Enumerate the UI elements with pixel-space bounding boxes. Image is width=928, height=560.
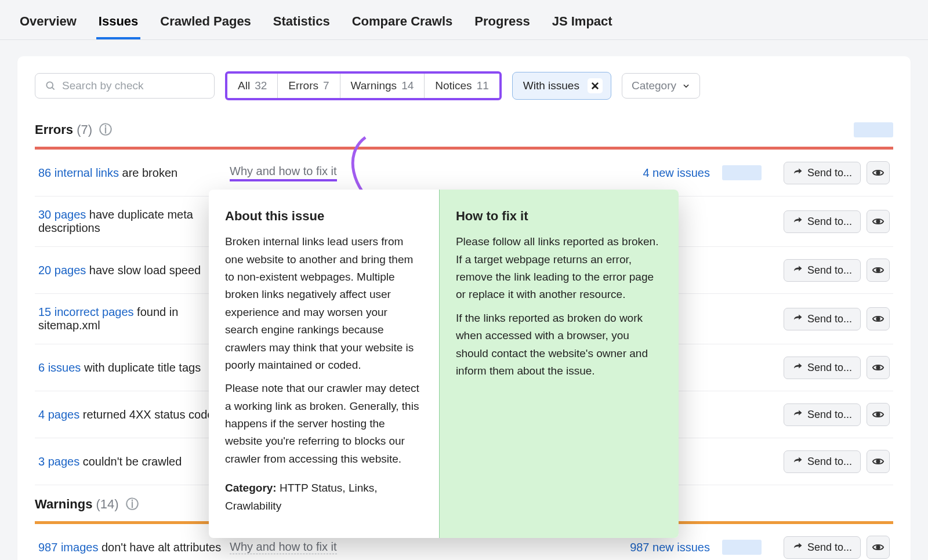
svg-point-2	[876, 171, 880, 174]
errors-sparkline	[854, 122, 893, 137]
popover-category: Category: HTTP Status, Links, Crawlabili…	[225, 479, 423, 515]
row-actions: Send to...	[774, 403, 890, 426]
search-icon	[45, 80, 56, 92]
issue-description[interactable]: 3 pages couldn't be crawled	[38, 455, 224, 468]
issue-description[interactable]: 20 pages have slow load speed	[38, 264, 224, 277]
issue-rest-text: couldn't be crawled	[79, 455, 182, 468]
issue-link[interactable]: 15 incorrect pages	[38, 306, 134, 318]
errors-title-text: Errors	[35, 122, 73, 137]
view-button[interactable]	[867, 356, 890, 379]
eye-icon	[872, 361, 884, 374]
tab-js-impact[interactable]: JS Impact	[550, 6, 615, 39]
send-to-button[interactable]: Send to...	[784, 210, 861, 233]
filter-errors[interactable]: Errors 7	[278, 74, 340, 98]
filter-notices[interactable]: Notices 11	[425, 74, 499, 98]
eye-icon	[872, 408, 884, 421]
row-sparkline	[722, 540, 762, 555]
svg-point-0	[46, 82, 53, 88]
send-to-button[interactable]: Send to...	[784, 308, 861, 330]
errors-title: Errors (7) ⓘ	[35, 122, 112, 137]
popover-fix-p2: If the links reported as broken do work …	[456, 310, 662, 380]
search-input-wrapper[interactable]	[35, 73, 215, 99]
popover-about-title: About this issue	[225, 206, 423, 226]
issue-description[interactable]: 86 internal links are broken	[38, 166, 224, 180]
svg-point-6	[876, 366, 880, 369]
issue-description[interactable]: 4 pages returned 4XX status code	[38, 408, 224, 421]
tab-statistics[interactable]: Statistics	[271, 6, 332, 39]
tab-overview[interactable]: Overview	[17, 6, 79, 39]
severity-filter-group: All 32 Errors 7 Warnings 14 Notices 11	[225, 71, 502, 100]
filter-warnings[interactable]: Warnings 14	[340, 74, 425, 98]
why-and-how-link[interactable]: Why and how to fix it	[230, 165, 337, 181]
svg-line-1	[52, 88, 55, 90]
eye-icon	[872, 541, 884, 554]
view-button[interactable]	[867, 259, 890, 282]
eye-icon	[872, 455, 884, 468]
svg-point-9	[876, 546, 880, 549]
tab-issues[interactable]: Issues	[96, 6, 141, 39]
issue-description[interactable]: 15 incorrect pages found in sitemap.xml	[38, 306, 224, 332]
share-arrow-icon	[792, 362, 803, 373]
view-button[interactable]	[867, 450, 890, 473]
info-icon[interactable]: ⓘ	[99, 122, 112, 137]
view-button[interactable]	[867, 210, 890, 233]
row-actions: Send to...	[774, 356, 890, 379]
issue-link[interactable]: 20 pages	[38, 264, 86, 277]
filter-notices-count: 11	[477, 79, 489, 92]
category-dropdown[interactable]: Category	[622, 73, 700, 99]
filter-errors-count: 7	[323, 79, 329, 92]
popover-fix-column: How to fix it Please follow all links re…	[439, 190, 679, 538]
send-to-button[interactable]: Send to...	[784, 403, 861, 426]
warnings-count: (14)	[96, 497, 119, 511]
issue-link[interactable]: 987 images	[38, 541, 98, 554]
issue-link[interactable]: 86 internal links	[38, 166, 119, 179]
errors-count: (7)	[77, 122, 92, 137]
row-sparkline-cell	[716, 540, 768, 555]
share-arrow-icon	[792, 216, 803, 227]
eye-icon	[872, 264, 884, 277]
issue-link[interactable]: 30 pages	[38, 208, 86, 221]
why-and-how-link[interactable]: Why and how to fix it	[230, 540, 337, 554]
issue-link[interactable]: 6 issues	[38, 361, 81, 374]
issue-link[interactable]: 3 pages	[38, 455, 79, 468]
tab-progress[interactable]: Progress	[472, 6, 532, 39]
send-to-button[interactable]: Send to...	[784, 536, 861, 559]
eye-icon	[872, 166, 884, 179]
share-arrow-icon	[792, 542, 803, 552]
filter-notices-label: Notices	[435, 79, 472, 92]
filter-warnings-label: Warnings	[351, 79, 397, 92]
new-issues-count[interactable]: 987 new issues	[594, 541, 710, 554]
send-to-button[interactable]: Send to...	[784, 259, 861, 282]
new-issues-count[interactable]: 4 new issues	[594, 166, 710, 180]
view-button[interactable]	[867, 307, 890, 330]
view-button[interactable]	[867, 403, 890, 426]
svg-point-3	[876, 220, 880, 223]
with-issues-chip[interactable]: With issues ✕	[512, 72, 611, 100]
issue-description[interactable]: 6 issues with duplicate title tags	[38, 361, 224, 374]
filter-all[interactable]: All 32	[227, 74, 278, 98]
send-to-button[interactable]: Send to...	[784, 162, 861, 184]
top-nav: Overview Issues Crawled Pages Statistics…	[0, 0, 928, 40]
view-button[interactable]	[867, 161, 890, 184]
tab-crawled-pages[interactable]: Crawled Pages	[158, 6, 253, 39]
issue-rest-text: with duplicate title tags	[81, 361, 201, 374]
send-to-button[interactable]: Send to...	[784, 450, 861, 473]
search-input[interactable]	[62, 79, 205, 92]
issue-link[interactable]: 4 pages	[38, 408, 79, 421]
share-arrow-icon	[792, 265, 803, 275]
send-to-button[interactable]: Send to...	[784, 357, 861, 379]
issue-description[interactable]: 987 images don't have alt attributes	[38, 541, 224, 554]
share-arrow-icon	[792, 409, 803, 420]
view-button[interactable]	[867, 536, 890, 559]
tab-compare-crawls[interactable]: Compare Crawls	[350, 6, 455, 39]
warnings-title: Warnings (14) ⓘ	[35, 497, 139, 511]
chevron-down-icon	[682, 82, 690, 90]
issue-rest-text: don't have alt attributes	[98, 541, 221, 554]
row-actions: Send to...	[774, 210, 890, 233]
svg-point-8	[876, 460, 880, 463]
info-icon[interactable]: ⓘ	[126, 497, 139, 511]
share-arrow-icon	[792, 314, 803, 324]
row-actions: Send to...	[774, 536, 890, 559]
chip-close-icon[interactable]: ✕	[588, 78, 603, 93]
issue-description[interactable]: 30 pages have duplicate meta description…	[38, 208, 224, 235]
